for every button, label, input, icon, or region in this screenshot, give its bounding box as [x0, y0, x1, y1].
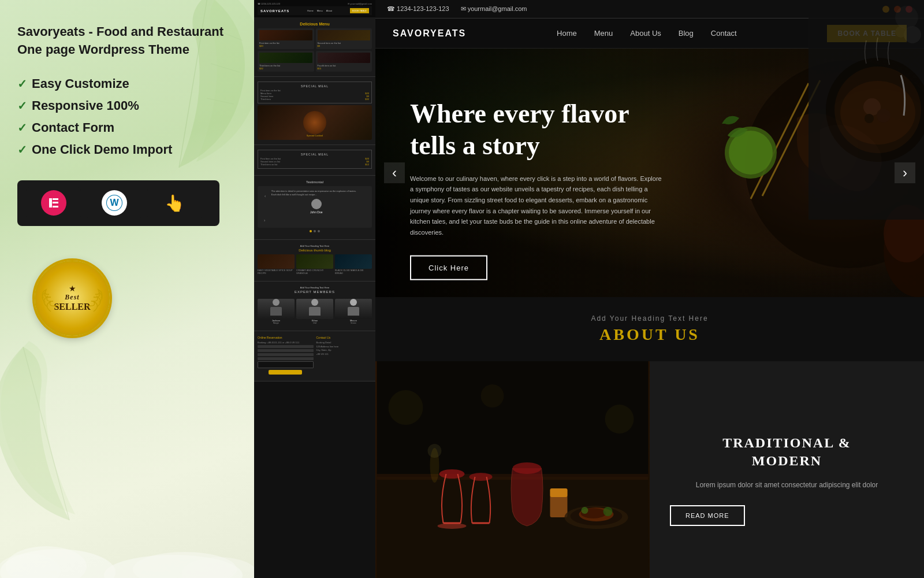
preview-testimonial-title: Testimonial [258, 180, 372, 184]
middle-panel: ☎ 1234-123-123-123 ✉ yourmail@gmail.com … [254, 0, 375, 578]
about-sub-heading: Add Your Heading Text Here [393, 314, 907, 323]
svg-point-43 [389, 390, 423, 425]
cloud-decoration [0, 509, 254, 578]
team-member-3: Mason Service [335, 296, 372, 324]
email-address: ✉ yourmail@gmail.com [461, 5, 527, 13]
svg-point-56 [904, 26, 921, 43]
nav-links: Home Menu About Us Blog Contact [557, 29, 737, 38]
svg-point-54 [865, 114, 874, 123]
preview-content: ☎ 1234-123-123-123 ✉ yourmail@gmail.com … [254, 0, 375, 381]
dot-2 [314, 230, 316, 232]
restaurant-image-svg [375, 361, 650, 578]
dot-3 [318, 230, 320, 232]
nav-contact[interactable]: Contact [711, 29, 737, 38]
preview-blog-section: Add Your Heading Text Here Delicious thu… [254, 240, 375, 281]
svg-point-41 [603, 507, 613, 516]
blog-item-1: EASY VEGETABLE SPICE SOUP RECIPE [258, 254, 295, 275]
tech-badges: W 👆 [17, 180, 219, 226]
elementor-icon [41, 190, 66, 216]
click-badge: 👆 [147, 187, 202, 219]
features-list: ✓ Easy Customize ✓ Responsive 100% ✓ Con… [17, 76, 237, 157]
cursor-icon: 👆 [165, 194, 185, 213]
svg-point-32 [470, 473, 493, 481]
feature-item-4: ✓ One Click Demo Import [17, 142, 237, 157]
svg-point-53 [877, 109, 891, 123]
content-right: TRADITIONAL & MODERN Lorem ipsum dolor s… [650, 361, 924, 578]
dot-1 [310, 230, 312, 232]
soup-bowl-svg [808, 0, 924, 220]
check-icon-2: ✓ [17, 99, 27, 113]
hero-subtitle: Welcome to our culinary haven, where eve… [410, 173, 664, 238]
svg-rect-14 [53, 206, 58, 208]
feature-item-3: ✓ Contact Form [17, 120, 237, 135]
svg-rect-11 [49, 198, 52, 208]
hero-text: Where every flavor tells a story Welcome… [410, 66, 664, 280]
about-heading: ABOUT US [393, 325, 907, 344]
svg-point-23 [729, 131, 773, 175]
svg-point-29 [439, 469, 465, 479]
svg-rect-12 [53, 198, 58, 200]
preview-contact: Contact Us Booking Detail 123 Address li… [316, 336, 372, 376]
preview-menu-section: Delicious Menu First item on the list $2… [254, 17, 375, 77]
dots-nav [258, 228, 372, 235]
left-panel: Savoryeats - Food and Restaurant One pag… [0, 0, 254, 578]
right-panel: ☎ 1234-123-123-123 ✉ yourmail@gmail.com … [375, 0, 924, 578]
preview-team-section: Add Your Heading Text Here EXPERT MEMBER… [254, 281, 375, 331]
preview-header: ☎ 1234-123-123-123 ✉ yourmail@gmail.com … [254, 0, 375, 17]
nav-home[interactable]: Home [557, 29, 577, 38]
svg-text:W: W [110, 198, 119, 208]
traditional-desc: Lorem ipsum dolor sit amet consectetur a… [670, 479, 904, 491]
preview-scroll: ☎ 1234-123-123-123 ✉ yourmail@gmail.com … [254, 0, 375, 578]
testimonial-next[interactable]: › [262, 217, 267, 224]
svg-point-44 [605, 405, 634, 433]
preview-special-meal-2: SPECIAL MEAL First Item on the list$20 S… [254, 145, 375, 176]
top-bar-left: ☎ 1234-123-123-123 ✉ yourmail@gmail.com [387, 5, 527, 13]
svg-point-45 [481, 384, 504, 407]
content-grid: TRADITIONAL & MODERN Lorem ipsum dolor s… [375, 361, 924, 578]
team-member-1: Jackson Manger [258, 296, 295, 324]
preview-special-meal: SPECIAL MEAL First item on the list Menu… [254, 77, 375, 145]
nav-blog[interactable]: Blog [679, 29, 694, 38]
wordpress-icon: W [102, 190, 127, 216]
svg-point-55 [895, 6, 918, 29]
hero-arrow-right[interactable]: › [895, 162, 915, 183]
laurel-svg [35, 261, 110, 336]
phone-number: ☎ 1234-123-123-123 [387, 5, 449, 13]
wordpress-badge: W [87, 187, 141, 219]
svg-point-31 [438, 523, 467, 529]
read-more-button[interactable]: READ MORE [670, 505, 745, 526]
traditional-heading: TRADITIONAL & MODERN [670, 416, 904, 470]
preview-blog-grid: EASY VEGETABLE SPICE SOUP RECIPE CREAMY … [258, 254, 372, 275]
content-left-image [375, 361, 650, 578]
elementor-badge [26, 187, 81, 219]
theme-title: Savoryeats - Food and Restaurant One pag… [17, 23, 237, 59]
svg-rect-36 [550, 488, 568, 497]
left-content: Savoryeats - Food and Restaurant One pag… [17, 23, 237, 336]
hero-headline: Where every flavor tells a story [410, 66, 664, 162]
preview-reservation: Online Reservation Booking: +88-0111-111… [258, 336, 314, 376]
brand-name: SAVORYEATS [393, 28, 466, 39]
preview-menu-title: Delicious Menu [258, 22, 372, 26]
nav-about[interactable]: About Us [630, 29, 661, 38]
blog-item-3: BLACK OLIVE MAKE A DIE BREAD [335, 254, 372, 275]
check-icon-3: ✓ [17, 121, 27, 135]
preview-blog-title: Delicious thumb blog [258, 249, 372, 252]
nav-menu[interactable]: Menu [594, 29, 613, 38]
preview-res-title: Online Reservation [258, 336, 314, 339]
blog-item-2: CREAMY AND CRUNCHY GRANOLA [296, 254, 333, 275]
svg-rect-13 [53, 202, 58, 203]
preview-team-grid: Jackson Manger Ethan Chef [258, 296, 372, 324]
svg-point-42 [582, 507, 588, 514]
hero-arrow-left[interactable]: ‹ [384, 162, 405, 183]
check-icon-1: ✓ [17, 77, 27, 91]
about-section: Add Your Heading Text Here ABOUT US [375, 297, 924, 361]
check-icon-4: ✓ [17, 143, 27, 157]
feature-item-1: ✓ Easy Customize [17, 76, 237, 91]
leaf-decoration-bottom [0, 329, 139, 532]
testimonial-prev[interactable]: ‹ [262, 192, 268, 200]
team-member-2: Ethan Chef [296, 296, 333, 324]
hero-cta-button[interactable]: Click Here [410, 255, 487, 280]
best-seller-badge: ★ Best SELLER [35, 261, 110, 336]
preview-contact-title: Contact Us [316, 336, 372, 339]
preview-person-name: John Doe [271, 210, 362, 214]
